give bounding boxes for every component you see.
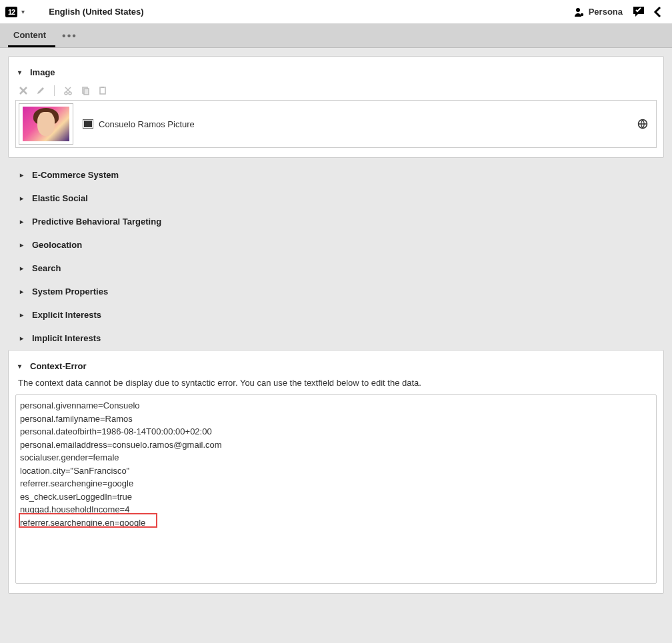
- context-error-header[interactable]: ▾ Context-Error: [15, 356, 657, 376]
- image-meta: Consuelo Ramos Picture: [83, 119, 653, 129]
- image-section-title: Image: [30, 67, 55, 77]
- section-search[interactable]: ▸ Search: [8, 257, 664, 280]
- section-explicit-interests[interactable]: ▸ Explicit Interests: [8, 303, 664, 326]
- svg-point-1: [580, 13, 583, 15]
- globe-icon[interactable]: [637, 119, 648, 129]
- persona-icon: [574, 7, 585, 17]
- context-line: es_check.userLoggedIn=true: [20, 490, 652, 504]
- svg-point-0: [576, 8, 580, 12]
- context-error-section: ▾ Context-Error The context data cannot …: [8, 350, 664, 594]
- toolbar-separator: [54, 85, 55, 96]
- caret-down-icon: ▾: [18, 362, 25, 370]
- persona-button[interactable]: Persona: [574, 7, 623, 17]
- section-elastic-social[interactable]: ▸ Elastic Social: [8, 187, 664, 210]
- section-title: Implicit Interests: [32, 333, 101, 343]
- image-thumbnail: [19, 103, 73, 145]
- section-title: Predictive Behavioral Targeting: [32, 217, 161, 227]
- section-title: E-Commerce System: [32, 170, 119, 180]
- image-item-row[interactable]: Consuelo Ramos Picture: [15, 100, 657, 148]
- context-line: location.city="SanFrancisco": [20, 464, 652, 478]
- site-badge[interactable]: 12: [5, 7, 17, 17]
- caret-right-icon: ▸: [20, 311, 27, 319]
- caret-right-icon: ▸: [20, 195, 27, 202]
- svg-rect-6: [100, 87, 105, 94]
- section-predictive-targeting[interactable]: ▸ Predictive Behavioral Targeting: [8, 210, 664, 233]
- persona-label: Persona: [589, 7, 623, 17]
- copy-icon[interactable]: [80, 85, 91, 96]
- context-line: personal.emailaddress=consuelo.ramos@gma…: [20, 438, 652, 452]
- image-item-label: Consuelo Ramos Picture: [99, 119, 195, 129]
- section-geolocation[interactable]: ▸ Geolocation: [8, 233, 664, 257]
- tab-bar: Content •••: [0, 24, 672, 48]
- section-title: System Properties: [32, 287, 108, 297]
- section-title: Search: [32, 263, 61, 273]
- collapse-icon[interactable]: [648, 3, 667, 21]
- context-line: personal.dateofbirth=1986-08-14T00:00:00…: [20, 425, 652, 438]
- context-line: personal.givenname=Consuelo: [20, 399, 652, 412]
- section-title: Elastic Social: [32, 193, 88, 203]
- image-toolbar: [15, 83, 657, 97]
- context-line: referrer.searchengine=google: [20, 477, 652, 490]
- paste-icon[interactable]: [97, 85, 108, 96]
- picture-type-icon: [83, 119, 93, 129]
- locale-label: English (United States): [49, 7, 143, 17]
- context-line: nuggad.householdIncome=4: [20, 503, 652, 516]
- section-implicit-interests[interactable]: ▸ Implicit Interests: [8, 326, 664, 350]
- svg-point-3: [69, 92, 71, 95]
- feedback-icon[interactable]: [629, 3, 648, 21]
- context-data-textarea[interactable]: personal.givenname=Consuelo personal.fam…: [15, 394, 657, 584]
- caret-right-icon: ▸: [20, 334, 27, 342]
- context-error-title: Context-Error: [30, 361, 87, 371]
- edit-icon[interactable]: [35, 85, 46, 96]
- delete-icon[interactable]: [18, 85, 29, 96]
- svg-rect-7: [101, 87, 104, 88]
- caret-down-icon: ▾: [18, 69, 25, 76]
- svg-point-2: [65, 92, 67, 95]
- section-title: Geolocation: [32, 240, 82, 250]
- image-section-header[interactable]: ▾ Image: [15, 62, 657, 83]
- top-bar: 12 ▾ English (United States) Persona: [0, 0, 672, 24]
- svg-rect-9: [84, 121, 92, 127]
- context-line: personal.familyname=Ramos: [20, 412, 652, 426]
- caret-right-icon: ▸: [20, 288, 27, 295]
- tab-content[interactable]: Content: [8, 25, 55, 47]
- context-line: socialuser.gender=female: [20, 451, 652, 464]
- caret-right-icon: ▸: [20, 241, 27, 249]
- caret-right-icon: ▸: [20, 171, 27, 179]
- context-error-description: The context data cannot be display due t…: [15, 376, 657, 394]
- section-system-properties[interactable]: ▸ System Properties: [8, 280, 664, 303]
- svg-rect-5: [84, 89, 89, 95]
- section-ecommerce[interactable]: ▸ E-Commerce System: [8, 163, 664, 187]
- image-section: ▾ Image: [8, 56, 664, 158]
- section-title: Explicit Interests: [32, 310, 101, 320]
- content-area: ▾ Image: [0, 48, 672, 602]
- caret-right-icon: ▸: [20, 265, 27, 272]
- caret-right-icon: ▸: [20, 218, 27, 225]
- cut-icon[interactable]: [63, 85, 73, 96]
- context-line: referrer.searchengine.en=google: [20, 516, 652, 530]
- site-dropdown-caret[interactable]: ▾: [21, 8, 25, 15]
- tab-more-button[interactable]: •••: [55, 25, 84, 47]
